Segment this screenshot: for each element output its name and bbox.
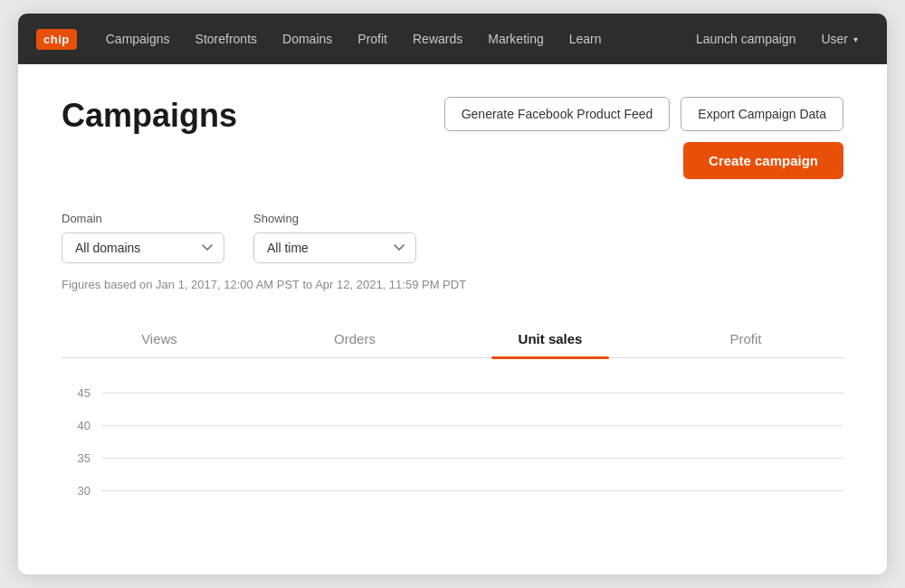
nav-launch-campaign[interactable]: Launch campaign <box>685 26 807 52</box>
tab-orders[interactable]: Orders <box>257 320 452 357</box>
chart-y-label-45: 45 <box>62 386 90 400</box>
chart-row-40: 40 <box>62 409 843 441</box>
showing-select[interactable]: All time <box>253 232 416 263</box>
nav-user-menu[interactable]: User ▾ <box>810 26 869 52</box>
sidebar-item-profit[interactable]: Profit <box>347 26 398 52</box>
chart-gridline-35 <box>101 458 843 459</box>
domain-select[interactable]: All domains <box>62 232 224 263</box>
showing-filter-group: Showing All time <box>253 212 416 263</box>
chart-gridline-40 <box>101 425 843 426</box>
create-campaign-button[interactable]: Create campaign <box>683 142 843 179</box>
domain-filter-group: Domain All domains <box>62 212 224 263</box>
sidebar-item-rewards[interactable]: Rewards <box>402 26 473 52</box>
header-actions: Generate Facebook Product Feed Export Ca… <box>444 97 843 179</box>
chart-row-35: 35 <box>62 441 843 474</box>
sidebar-item-learn[interactable]: Learn <box>558 26 613 52</box>
chart-area: 45 40 35 30 <box>62 358 843 507</box>
chart-gridline-45 <box>101 393 843 394</box>
chart-row-45: 45 <box>62 376 843 409</box>
chart-y-label-30: 30 <box>62 484 90 498</box>
tab-views[interactable]: Views <box>62 320 257 357</box>
header-buttons-row: Generate Facebook Product Feed Export Ca… <box>444 97 843 131</box>
main-content: Campaigns Generate Facebook Product Feed… <box>18 64 887 574</box>
chevron-down-icon: ▾ <box>853 34 858 44</box>
chart-row-30: 30 <box>62 474 843 507</box>
chart-gridline-30 <box>101 490 843 491</box>
domain-filter-label: Domain <box>62 212 224 225</box>
export-campaign-button[interactable]: Export Campaign Data <box>681 97 843 131</box>
tab-profit[interactable]: Profit <box>648 320 843 357</box>
navbar: chip Campaigns Storefronts Domains Profi… <box>18 14 887 64</box>
chart-y-label-40: 40 <box>62 419 90 432</box>
page-header: Campaigns Generate Facebook Product Feed… <box>62 97 843 179</box>
page-title: Campaigns <box>62 97 237 135</box>
sidebar-item-campaigns[interactable]: Campaigns <box>95 26 181 52</box>
sidebar-item-storefronts[interactable]: Storefronts <box>185 26 268 52</box>
generate-feed-button[interactable]: Generate Facebook Product Feed <box>444 97 671 131</box>
sidebar-item-domains[interactable]: Domains <box>272 26 343 52</box>
logo[interactable]: chip <box>36 29 77 50</box>
nav-items: Campaigns Storefronts Domains Profit Rew… <box>95 26 869 52</box>
showing-filter-label: Showing <box>253 212 416 225</box>
chart-y-label-35: 35 <box>62 451 90 465</box>
tab-unit-sales[interactable]: Unit sales <box>452 320 648 357</box>
app-window: chip Campaigns Storefronts Domains Profi… <box>18 14 887 574</box>
metrics-tabs: Views Orders Unit sales Profit <box>62 320 843 358</box>
filters-row: Domain All domains Showing All time <box>62 212 843 263</box>
date-range-note: Figures based on Jan 1, 2017, 12:00 AM P… <box>62 278 843 291</box>
sidebar-item-marketing[interactable]: Marketing <box>477 26 554 52</box>
